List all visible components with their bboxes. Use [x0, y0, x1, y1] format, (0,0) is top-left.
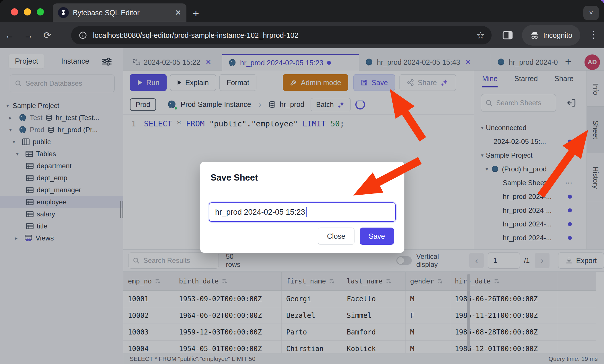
browser-menu-icon[interactable]: ⋮ [589, 29, 598, 40]
bytebase-favicon [58, 7, 69, 18]
modal-close-button[interactable]: Close [318, 228, 354, 245]
address-bar[interactable]: localhost:8080/sql-editor/prod-sample-in… [71, 26, 492, 44]
tab-close-icon[interactable]: ✕ [175, 8, 181, 17]
bookmark-star-icon[interactable]: ☆ [476, 30, 485, 41]
incognito-badge: Incognito [522, 25, 580, 46]
incognito-label: Incognito [543, 31, 572, 40]
modal-close-icon[interactable]: ✕ [387, 172, 395, 182]
forward-icon[interactable]: → [19, 30, 38, 41]
url-text: localhost:8080/sql-editor/prod-sample-in… [93, 31, 299, 40]
site-info-icon[interactable] [79, 31, 87, 40]
tab-list-chevron-icon[interactable]: ˅ [583, 6, 599, 20]
browser-chrome: Bytebase SQL Editor ✕ + ˅ ← → ⟳ localhos… [0, 0, 604, 48]
side-panel-icon[interactable] [502, 31, 513, 40]
save-sheet-modal: Save Sheet ✕ hr_prod 2024-02-05 15:23 Cl… [200, 162, 404, 253]
window-close-button[interactable] [11, 8, 18, 15]
modal-save-button[interactable]: Save [360, 228, 394, 245]
browser-tab[interactable]: Bytebase SQL Editor ✕ [53, 3, 186, 22]
window-zoom-button[interactable] [37, 8, 44, 15]
modal-title: Save Sheet [211, 173, 258, 183]
text-caret [306, 207, 307, 217]
incognito-icon [530, 31, 539, 39]
divider [211, 194, 394, 194]
window-minimize-button[interactable] [24, 8, 31, 15]
reload-icon[interactable]: ⟳ [38, 30, 57, 41]
browser-tab-title: Bytebase SQL Editor [73, 9, 171, 17]
back-icon[interactable]: ← [0, 30, 19, 41]
new-tab-button[interactable]: + [193, 7, 199, 20]
sheet-name-value: hr_prod 2024-02-05 15:23 [215, 208, 305, 217]
save-sheet-input[interactable]: hr_prod 2024-02-05 15:23 [209, 202, 396, 222]
browser-toolbar: ← → ⟳ localhost:8080/sql-editor/prod-sam… [0, 22, 604, 48]
